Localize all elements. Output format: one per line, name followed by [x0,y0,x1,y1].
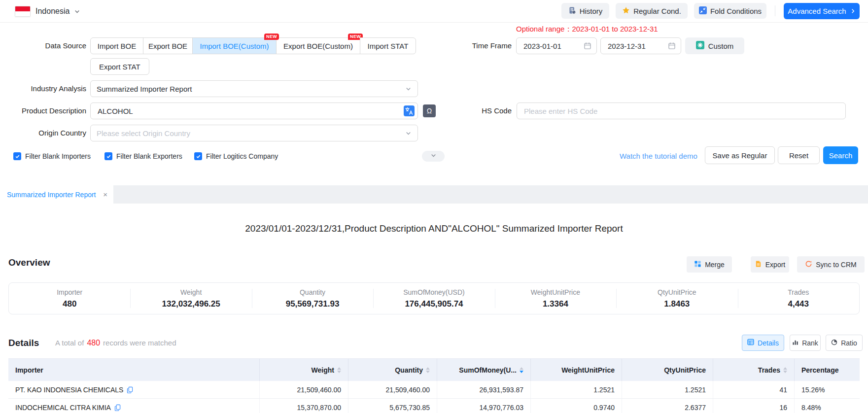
stat-quantity: Quantity95,569,731.93 [252,283,373,314]
result-tab-strip: Summarized Importer Report × [0,185,868,204]
chevron-down-icon [405,130,412,137]
col-header-importer: Importer [8,359,260,381]
sync-to-crm-button[interactable]: Sync to CRM [797,256,865,273]
data-source-tabs: Import BOE Export BOE Import BOE(Custom)… [90,37,416,54]
regular-cond-button[interactable]: Regular Cond. [616,3,688,19]
calendar-icon[interactable] [584,42,591,50]
table-row: PT. KAO INDONESIA CHEMICALS 21,509,460.0… [8,381,860,399]
chevron-down-icon [405,86,412,92]
hs-code-value[interactable] [523,106,845,116]
table-header: Importer Weight Quantity SumOfMoney(U...… [8,358,860,381]
end-date-input[interactable] [600,37,681,54]
cell-weight: 15,370,870.00 [260,399,348,413]
sort-icon[interactable] [426,367,430,373]
tutorial-demo-link[interactable]: Watch the tutorial demo [620,148,697,165]
col-header-weight-unit-price: WeightUnitPrice [531,359,622,381]
cell-sum-of-money: 14,970,776.03 [437,399,531,413]
chevron-down-icon [430,152,437,161]
industry-analysis-value: Summarized Importer Report [97,85,192,93]
report-title: 2023/01/01-2023/12/31,Product Descriptio… [0,223,868,234]
chevron-down-icon[interactable] [74,8,80,17]
chevron-right-icon [850,7,856,15]
stat-qty-unit-price: QtyUnitPrice1.8463 [616,283,737,314]
tab-export-boe[interactable]: Export BOE [143,37,193,54]
search-button[interactable]: Search [823,146,858,164]
sort-icon[interactable] [783,367,787,373]
tab-import-boe-custom[interactable]: Import BOE(Custom) NEW [192,37,277,54]
tab-summarized-importer-report[interactable]: Summarized Importer Report × [0,185,113,204]
bar-chart-icon [792,339,799,347]
origin-country-select[interactable]: Please select Origin Country [90,125,418,141]
tab-export-boe-custom[interactable]: Export BOE(Custom) NEW [276,37,360,54]
fold-conditions-button[interactable]: Fold Conditions [694,3,766,19]
tab-import-stat[interactable]: Import STAT [360,37,416,54]
close-icon[interactable]: × [103,190,107,199]
start-date-value[interactable] [522,41,583,51]
col-header-qty-unit-price: QtyUnitPrice [622,359,713,381]
match-count-text: A total of480records were matched [55,335,176,351]
importer-name[interactable]: INDOCHEMICAL CITRA KIMIA [15,404,111,412]
cell-weight-unit-price: 1.2521 [531,381,622,398]
optional-range-hint: Optional range：2023-01-01 to 2023-12-31 [516,25,658,34]
cell-sum-of-money: 26,931,593.87 [437,381,531,398]
col-header-sum-of-money[interactable]: SumOfMoney(U... [437,359,531,381]
checkbox-checked-icon[interactable] [104,152,112,160]
product-description-value[interactable] [97,106,404,116]
filter-blank-exporters-checkbox[interactable]: Filter Blank Exporters [104,148,182,165]
importer-name[interactable]: PT. KAO INDONESIA CHEMICALS [15,386,123,394]
hs-code-label: HS Code [434,103,512,119]
details-table: Importer Weight Quantity SumOfMoney(U...… [8,358,860,413]
view-ratio-button[interactable]: Ratio [826,335,863,351]
merge-icon [694,260,701,269]
overview-heading: Overview [8,257,50,268]
start-date-input[interactable] [516,37,597,54]
checkbox-checked-icon[interactable] [194,152,202,160]
col-header-quantity[interactable]: Quantity [348,359,437,381]
copy-icon[interactable] [127,386,133,393]
sort-icon-active-desc[interactable] [520,367,523,373]
top-bar: Indonesia History Regular Cond. Fold Con… [0,0,868,23]
translate-icon[interactable] [404,105,415,116]
product-description-input[interactable] [90,103,418,119]
filter-blank-importers-checkbox[interactable]: Filter Blank Importers [13,148,91,165]
col-header-trades[interactable]: Trades [713,359,795,381]
filter-logistics-company-checkbox[interactable]: Filter Logitics Company [194,148,278,165]
fold-conditions-label: Fold Conditions [710,7,762,15]
origin-country-placeholder: Please select Origin Country [97,129,190,138]
col-header-weight[interactable]: Weight [260,359,348,381]
custom-range-button[interactable]: Custom [685,37,744,54]
product-description-label: Product Description [0,103,86,119]
stat-weight: Weight132,032,496.25 [130,283,251,314]
result-tab-title: Summarized Importer Report [7,191,96,199]
view-rank-button[interactable]: Rank [790,335,821,351]
calendar-icon[interactable] [668,42,676,50]
country-selector[interactable]: Indonesia [35,0,69,22]
cell-quantity: 21,509,460.00 [348,381,437,398]
save-as-regular-button[interactable]: Save as Regular [705,146,775,164]
regular-cond-label: Regular Cond. [633,7,681,15]
cell-quantity: 5,675,730.85 [348,399,437,413]
new-badge: NEW [264,34,279,40]
end-date-value[interactable] [607,41,667,51]
stat-sum-of-money: SumOfMoney(USD)176,445,905.74 [373,283,494,314]
cell-trades: 41 [713,381,795,398]
advanced-search-button[interactable]: Advanced Search [784,3,860,19]
tab-export-stat[interactable]: Export STAT [90,58,149,75]
tab-import-boe[interactable]: Import BOE [90,37,143,54]
history-button[interactable]: History [561,3,609,19]
copy-icon[interactable] [114,404,121,411]
collapse-conditions-button[interactable] [422,151,445,162]
hs-code-input[interactable] [517,103,846,119]
cell-qty-unit-price: 2.6377 [622,399,713,413]
col-header-percentage: Percentage [795,359,859,381]
reset-button[interactable]: Reset [778,146,820,164]
view-details-button[interactable]: Details [742,335,784,351]
checkbox-checked-icon[interactable] [13,152,21,160]
merge-button[interactable]: Merge [687,256,732,273]
pie-chart-icon [831,339,837,347]
sort-icon[interactable] [337,367,341,373]
stat-trades: Trades4,443 [738,283,859,314]
export-button[interactable]: Export [751,256,789,273]
cell-trades: 16 [713,399,795,413]
industry-analysis-select[interactable]: Summarized Importer Report [90,80,418,97]
